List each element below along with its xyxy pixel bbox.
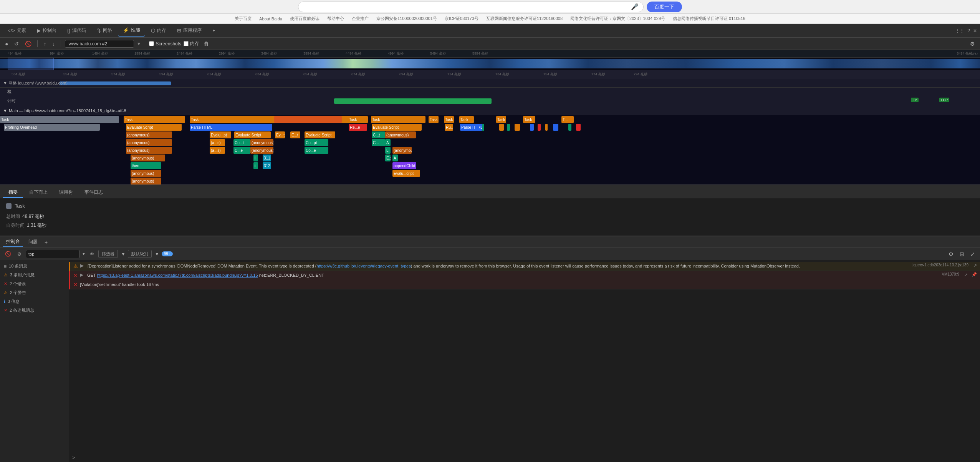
task-anon-1[interactable]: (anonymous) xyxy=(126,131,172,138)
main-thread-tracks[interactable]: Task Profiling Overhead Task Evaluate Sc… xyxy=(0,115,980,184)
task-right-1[interactable]: Task xyxy=(429,116,439,123)
task-i-1[interactable]: i xyxy=(253,155,258,161)
source-link-icon-2[interactable]: ↗ xyxy=(964,272,968,278)
tab-console-bottom[interactable]: 控制台 xyxy=(3,237,23,247)
msg-source-2[interactable]: VM1370:9 xyxy=(942,272,959,276)
task-a-1[interactable]: A xyxy=(385,139,391,146)
filter-dropdown-icon[interactable]: ▼ xyxy=(82,252,86,256)
task-anon-co2[interactable]: (anonymous) xyxy=(250,147,273,154)
settings-gear-icon[interactable]: ⚙ xyxy=(968,40,977,48)
record-button[interactable]: ● xyxy=(3,40,10,48)
sidebar-item-info[interactable]: ℹ 3 信息 xyxy=(0,297,69,306)
task-rus[interactable]: Ru...s xyxy=(445,124,453,131)
deprecation-link[interactable]: https://w3c.github.io/uievents/#legacy-e… xyxy=(316,264,411,268)
memory-checkbox-label[interactable]: 内存 xyxy=(184,40,199,47)
task-anon-4[interactable]: (anonymous) xyxy=(131,155,165,161)
task-c[interactable]: C... xyxy=(372,139,385,146)
help-icon[interactable]: ? xyxy=(967,28,970,33)
download-button[interactable]: ↓ xyxy=(50,40,57,48)
task-evaluate-script-2[interactable]: Evaluate Script xyxy=(234,131,271,138)
task-as-2[interactable]: (a...s) xyxy=(210,147,225,154)
clear-button[interactable]: 🚫 xyxy=(23,40,33,48)
task-red-overlay[interactable] xyxy=(274,116,342,123)
tab-memory[interactable]: ⬡ 内存 xyxy=(146,25,171,37)
tab-console[interactable]: ▶ 控制台 xyxy=(32,25,61,37)
console-eye-button[interactable]: 👁 xyxy=(88,251,96,257)
console-filter-input[interactable] xyxy=(26,250,79,258)
footer-link-promo[interactable]: 企业推广 xyxy=(352,16,369,22)
search-bar[interactable]: 🎤 xyxy=(298,2,644,12)
filter-button[interactable]: 筛选器 xyxy=(98,250,118,258)
task-evaluate-script-4[interactable]: Evaluate Script xyxy=(372,124,422,131)
task-evaluate-script-1[interactable]: Evaluate Script xyxy=(126,124,182,131)
tab-bottom-up[interactable]: 自下而上 xyxy=(24,187,53,198)
url-dropdown-icon[interactable]: ▼ xyxy=(136,41,141,47)
console-sidebar-toggle[interactable]: ⊟ xyxy=(958,250,966,258)
task-ev-t[interactable]: Ev...t xyxy=(275,131,285,138)
screenshots-checkbox[interactable] xyxy=(149,41,154,46)
task-as-1[interactable]: (a...s) xyxy=(210,139,225,146)
sidebar-item-warnings[interactable]: ⚠ 2 个警告 xyxy=(0,288,69,297)
console-filter-toggle[interactable]: ⊘ xyxy=(15,250,23,258)
task-anon-eval[interactable]: (anonymous) xyxy=(385,131,416,138)
task-e-t[interactable]: E...t xyxy=(290,131,300,138)
source-link-icon-1[interactable]: ↗ xyxy=(973,263,977,268)
footer-link-about-en[interactable]: About Baidu xyxy=(259,17,282,21)
task-ree[interactable]: Re...e xyxy=(349,124,367,131)
footer-link-about[interactable]: 关于百度 xyxy=(235,16,252,22)
tab-summary[interactable]: 摘要 xyxy=(3,187,23,198)
task-ce[interactable]: C...e xyxy=(233,147,250,154)
expand-msg-2[interactable]: ▶ xyxy=(80,272,83,278)
task-311[interactable]: 311 xyxy=(263,155,271,161)
console-settings-button[interactable]: ⚙ xyxy=(947,250,955,258)
task-cot[interactable]: Co...t xyxy=(233,139,250,146)
close-devtools-icon[interactable]: ✕ xyxy=(973,28,977,33)
screenshots-checkbox-label[interactable]: Screenshots xyxy=(149,41,181,47)
task-anon-3[interactable]: (anonymous) xyxy=(126,147,172,154)
reload-button[interactable]: ↺ xyxy=(12,40,21,48)
task-right-2[interactable]: Task xyxy=(444,116,454,123)
task-a-2[interactable]: A xyxy=(392,155,398,161)
task-anon-2[interactable]: (anonymous) xyxy=(126,139,172,146)
task-i-2[interactable]: i xyxy=(253,162,258,169)
blocked-url-link[interactable]: https://s3.ap-east-1.amazonaws.com/stati… xyxy=(97,273,258,278)
tab-elements[interactable]: </> 元素 xyxy=(3,25,31,37)
timeline-selection[interactable] xyxy=(8,58,54,70)
tab-performance[interactable]: ⚡ 性能 xyxy=(118,25,145,37)
task-bar-evaluate-script-main[interactable]: Task xyxy=(124,116,185,123)
task-ree-outer[interactable]: Task xyxy=(348,116,368,123)
tab-sources[interactable]: {} 源代码 xyxy=(63,25,91,37)
footer-link-help[interactable]: 帮助中心 xyxy=(327,16,344,22)
task-l[interactable]: L xyxy=(385,147,391,154)
console-expand-button[interactable]: ⤢ xyxy=(968,250,977,258)
tab-add[interactable]: + xyxy=(208,25,220,37)
more-icon[interactable]: ⋮⋮ xyxy=(955,28,964,33)
tab-call-tree[interactable]: 调用树 xyxy=(54,187,78,198)
overview-timeline[interactable]: 494 毫秒 994 毫秒 1494 毫秒 1994 毫秒 2494 毫秒 29… xyxy=(0,50,980,70)
level-chevron[interactable]: ▼ xyxy=(155,251,159,257)
task-evalu-pt[interactable]: Evalu...pt xyxy=(210,131,231,138)
task-anon-eval2[interactable]: (anonymous) xyxy=(392,147,412,154)
sidebar-item-all-messages[interactable]: ≡ 10 条消息 xyxy=(0,262,69,271)
filter-chevron[interactable]: ▼ xyxy=(121,251,126,257)
sidebar-item-errors[interactable]: ✕ 2 个错误 xyxy=(0,279,69,288)
task-eval4-outer[interactable]: Task xyxy=(371,116,425,123)
tab-application[interactable]: ⊞ 应用程序 xyxy=(172,25,206,37)
memory-checkbox[interactable] xyxy=(184,41,189,46)
task-right-3[interactable]: Task xyxy=(459,116,474,123)
console-clear-button[interactable]: 🚫 xyxy=(3,250,13,258)
footer-link-terms[interactable]: 使用百度前必读 xyxy=(290,16,319,22)
task-then[interactable]: then xyxy=(131,162,161,169)
sidebar-item-user-messages[interactable]: ⚠ 3 条用户消息 xyxy=(0,271,69,279)
expand-msg-1[interactable]: ▶ xyxy=(80,263,84,268)
upload-button[interactable]: ↑ xyxy=(41,40,48,48)
task-right-5[interactable]: Task xyxy=(523,116,535,123)
task-right-4[interactable]: Task xyxy=(496,116,506,123)
task-appendchild[interactable]: appendChild xyxy=(392,162,416,169)
task-evaluate-script-3[interactable]: Evaluate Script xyxy=(305,131,335,138)
level-button[interactable]: 默认级别 xyxy=(128,250,152,258)
baidu-search-button[interactable]: 百度一下 xyxy=(647,2,682,12)
task-ez[interactable]: E.z xyxy=(385,155,391,161)
task-anon-co1[interactable]: (anonymous) xyxy=(250,139,273,146)
add-console-tab-icon[interactable]: + xyxy=(43,239,49,245)
